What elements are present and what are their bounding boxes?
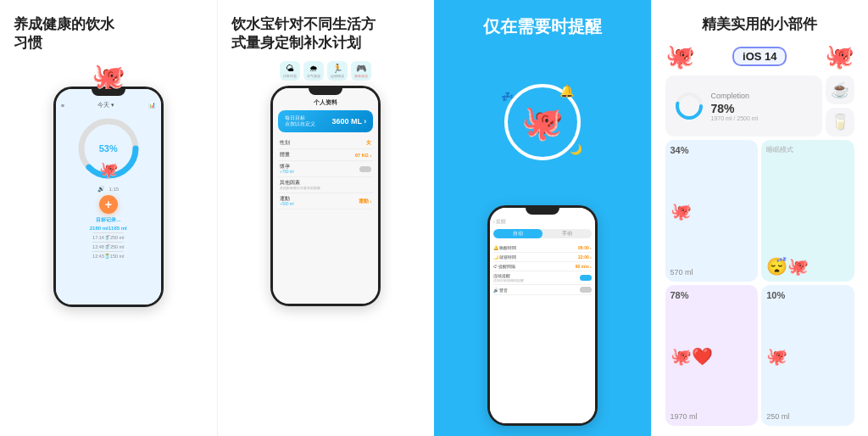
cell-3-oct: 🐙❤️ — [670, 346, 713, 366]
cell-4-pct: 10% — [766, 290, 785, 300]
lifestyle-weather: 🌧天气状况 — [303, 61, 324, 81]
reminder-tabs: 自动 手动 — [493, 229, 592, 238]
form-other: 其他因素其他影响每日水量求的因素 — [278, 177, 373, 193]
octopus-in-ring: 🐙 — [99, 160, 118, 179]
log-row-3: 12:43🫙150 ml — [92, 251, 124, 260]
cell-1-pct: 34% — [670, 145, 689, 155]
lifestyle-daily: 🌤日常作息 — [280, 61, 300, 81]
progress-pct: 53% — [99, 143, 118, 154]
record-amount: 1165 ml — [108, 226, 127, 231]
panel-2: 饮水宝针对不同生活方式量身定制补水计划 🌤日常作息 🌧天气状况 🏃运动情况 🎮身… — [217, 0, 435, 436]
notif-icon-1: 🔔 — [559, 84, 574, 98]
menu-icon: ≡ — [61, 103, 64, 109]
totals-row: 目标 记录... — [96, 216, 120, 224]
reminder-interval: ⏱ 提醒間隔90 min › — [493, 262, 592, 271]
goal-label: 目标 — [96, 216, 106, 224]
panel-3-title: 仅在需要时提醒 — [448, 15, 637, 37]
cup-widgets: ☕ 🥛 — [826, 75, 854, 137]
cell-1-val: 570 ml — [670, 268, 693, 277]
widget-cell-1: 34% 🐙 570 ml — [665, 140, 759, 281]
tab-manual[interactable]: 手动 — [542, 229, 592, 238]
amounts-row: 2180 ml 1165 ml — [90, 226, 127, 231]
octopus-center: 🐙 — [521, 103, 564, 143]
back-row: ‹ 提醒 — [493, 218, 592, 226]
completion-pct: 78% — [711, 102, 759, 115]
panel-2-title: 饮水宝针对不同生活方式量身定制补水计划 — [231, 15, 421, 53]
cell-2-label: 睡眠模式 — [766, 145, 793, 154]
goal-sublabel: 点按以自定义 — [285, 121, 315, 127]
add-button[interactable]: + — [99, 195, 118, 214]
panel-4: 精美实用的小部件 🐙 iOS 14 🐙 Completion 78% 1970 … — [651, 0, 869, 436]
widget-row-main: Completion 78% 1970 ml / 2500 ml ☕ 🥛 — [665, 75, 855, 137]
phone-header-1: ≡ 今天 ▾ 📊 — [61, 101, 156, 109]
phone-mockup-1: ≡ 今天 ▾ 📊 53% 🐙 🔊 1:15 + 目标 记录... — [53, 87, 164, 307]
tab-auto[interactable]: 自动 — [493, 229, 542, 238]
reminder-continuous: 连续提醒 达到目标後继续提醒 — [493, 271, 592, 285]
widget-grid: 34% 🐙 570 ml 睡眠模式 😴🐙 78% 🐙❤️ 1970 ml 10%… — [665, 140, 855, 426]
lifestyle-sport: 🏃运动情况 — [327, 61, 348, 81]
lifestyle-body: 🎮身体状况 — [351, 61, 371, 81]
reminder-sound: 🔊 聲音 — [493, 285, 592, 295]
reminder-sleep: 🌙 就寝時間22:00 › — [493, 253, 592, 262]
notif-icon-3: 💤 — [501, 91, 514, 103]
widget-cell-3: 78% 🐙❤️ 1970 ml — [665, 285, 759, 426]
cell-1-oct: 🐙 — [670, 201, 692, 221]
big-circle: 🐙 🔔 🌙 💤 — [504, 84, 581, 160]
date-label: 今天 ▾ — [97, 101, 114, 109]
completion-label: Completion — [711, 92, 759, 100]
form-gender: 性别女 — [278, 137, 373, 149]
cell-2-oct: 😴🐙 — [766, 256, 809, 277]
cell-3-val: 1970 ml — [670, 412, 698, 421]
goal-value: 3600 ML › — [331, 117, 366, 126]
sound-row: 🔊 1:15 — [97, 186, 119, 193]
completion-sub: 1970 ml / 2500 ml — [711, 115, 759, 121]
completion-ring — [674, 91, 704, 121]
widget-cup-2: 🥛 — [826, 108, 854, 137]
octopus-right: 🐙 — [825, 42, 854, 70]
log-row-1: 17:14🥤250 ml — [92, 232, 124, 242]
phone-mockup-3: ‹ 提醒 自动 手动 🔔 唤醒時間08:00 › 🌙 就寝時間22:00 › ⏱… — [487, 205, 598, 426]
reminder-wakeup: 🔔 唤醒時間08:00 › — [493, 243, 592, 253]
panel-1-title: 养成健康的饮水习惯 — [14, 15, 203, 53]
cell-4-oct: 🐙 — [766, 346, 787, 366]
phone-header-2: 个人资料 — [278, 98, 373, 107]
widget-completion: Completion 78% 1970 ml / 2500 ml — [665, 75, 823, 137]
goal-amount: 2180 ml — [90, 226, 108, 231]
form-weight: 體重67 KG › — [278, 149, 373, 161]
goal-banner: 每日目标 点按以自定义 3600 ML › — [278, 110, 373, 132]
time-label: 1:15 — [108, 187, 119, 192]
notif-icon-2: 🌙 — [570, 143, 582, 155]
form-pregnancy: 懷孕+750 ml — [278, 161, 373, 177]
panel-1: 养成健康的饮水习惯 🐙 ≡ 今天 ▾ 📊 53% 🐙 🔊 1:15 + — [0, 0, 217, 436]
octopus-left: 🐙 — [665, 42, 695, 70]
log-row-2: 12:48🥤250 ml — [92, 242, 124, 251]
panel-4-title: 精美实用的小部件 — [665, 15, 855, 34]
form-sport: 運動+500 ml 運動 › — [278, 193, 373, 210]
widget-cell-4: 10% 🐙 250 ml — [761, 285, 854, 426]
ios-badge: iOS 14 — [732, 47, 787, 66]
widget-cup-1: ☕ — [826, 75, 854, 104]
widget-cell-2: 睡眠模式 😴🐙 — [761, 140, 854, 281]
cup-icon-1: ☕ — [831, 81, 849, 99]
chart-icon: 📊 — [148, 102, 156, 109]
cell-4-val: 250 ml — [766, 412, 789, 421]
cup-icon-2: 🥛 — [831, 113, 849, 131]
record-label: 记录... — [106, 216, 120, 224]
cell-3-pct: 78% — [670, 290, 689, 300]
center-visual: 🐙 🔔 🌙 💤 — [448, 46, 637, 198]
panel-3: 仅在需要时提醒 🐙 🔔 🌙 💤 ‹ 提醒 自动 手动 🔔 唤醒時間08:00 ›… — [434, 0, 651, 436]
sound-icon: 🔊 — [97, 186, 105, 193]
progress-ring: 53% 🐙 — [75, 115, 142, 182]
lifestyle-icons: 🌤日常作息 🌧天气状况 🏃运动情况 🎮身体状况 — [231, 61, 421, 81]
phone-mockup-2: 个人资料 每日目标 点按以自定义 3600 ML › 性别女 體重67 KG ›… — [270, 86, 381, 306]
ios-header: 🐙 iOS 14 🐙 — [665, 42, 855, 70]
